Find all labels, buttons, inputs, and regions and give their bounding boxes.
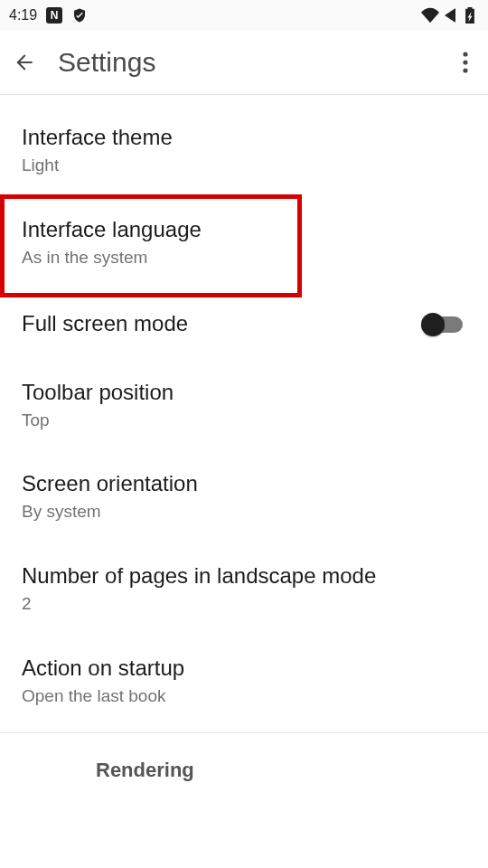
setting-pages-landscape[interactable]: Number of pages in landscape mode 2 <box>0 542 488 635</box>
app-bar: Settings <box>0 31 488 94</box>
setting-title: Toolbar position <box>22 379 466 406</box>
setting-title: Full screen mode <box>22 310 421 337</box>
status-bar: 4:19 N <box>0 0 488 31</box>
notification-badge-icon: N <box>46 7 62 24</box>
overflow-menu-icon[interactable] <box>455 44 475 80</box>
svg-point-1 <box>463 60 467 64</box>
setting-interface-language[interactable]: Interface language As in the system <box>0 196 488 288</box>
setting-title: Interface language <box>22 216 466 243</box>
setting-title: Number of pages in landscape mode <box>22 562 466 590</box>
back-arrow-icon[interactable] <box>13 51 36 74</box>
setting-value: Open the last book <box>22 685 466 707</box>
setting-value: 2 <box>22 593 466 615</box>
setting-value: As in the system <box>22 247 466 269</box>
setting-toolbar-position[interactable]: Toolbar position Top <box>0 359 488 451</box>
setting-title: Action on startup <box>22 655 466 682</box>
setting-title: Interface theme <box>22 124 466 151</box>
battery-icon <box>461 7 479 24</box>
setting-full-screen-mode[interactable]: Full screen mode <box>0 288 488 359</box>
status-time: 4:19 <box>9 7 37 24</box>
setting-action-on-startup[interactable]: Action on startup Open the last book <box>0 635 488 727</box>
setting-interface-theme[interactable]: Interface theme Light <box>0 104 488 196</box>
full-screen-toggle[interactable] <box>421 311 466 336</box>
svg-point-2 <box>463 68 467 72</box>
setting-title: Screen orientation <box>22 470 466 497</box>
shield-icon <box>71 7 88 24</box>
app-bar-title: Settings <box>58 47 155 78</box>
setting-value: Light <box>22 155 466 176</box>
section-header-rendering: Rendering <box>0 733 488 798</box>
wifi-icon <box>421 7 439 24</box>
cell-signal-icon <box>445 8 455 23</box>
setting-screen-orientation[interactable]: Screen orientation By system <box>0 450 488 542</box>
setting-value: By system <box>22 501 466 523</box>
setting-value: Top <box>22 410 466 431</box>
settings-list: Interface theme Light Interface language… <box>0 95 488 798</box>
svg-point-0 <box>463 52 467 56</box>
